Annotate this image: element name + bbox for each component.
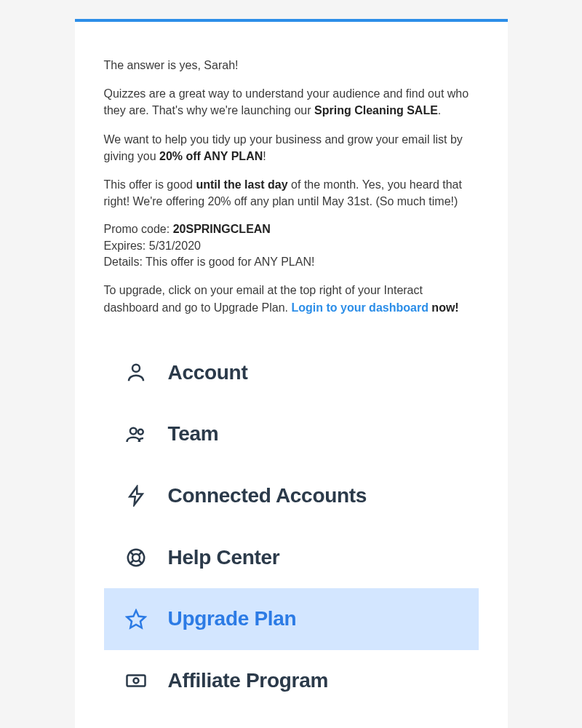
menu-label: Connected Accounts [168, 481, 367, 511]
svg-line-7 [129, 561, 133, 564]
menu-label: Team [168, 419, 219, 449]
money-icon [124, 669, 148, 692]
promo-code-label: Promo code: [104, 223, 173, 235]
deadline-phrase: until the last day [196, 178, 287, 191]
menu-item-help-center[interactable]: Help Center [104, 527, 479, 589]
promo-expires: Expires: 5/31/2020 [104, 238, 479, 254]
menu-label: Affiliate Program [168, 666, 329, 696]
menu-item-team[interactable]: Team [104, 403, 479, 465]
discount-amount: 20% off ANY PLAN [159, 150, 263, 162]
star-icon [124, 608, 148, 631]
svg-point-4 [132, 554, 140, 561]
menu-label: Help Center [168, 543, 280, 573]
svg-rect-9 [127, 676, 145, 687]
offer-duration-paragraph: This offer is good until the last day of… [104, 176, 479, 210]
menu-label: Upgrade Plan [168, 604, 297, 634]
svg-point-0 [132, 365, 140, 372]
bolt-icon [124, 484, 148, 507]
greeting-text: The answer is yes, Sarah! [104, 57, 479, 74]
text: now! [428, 301, 459, 314]
menu-item-account[interactable]: Account [104, 342, 479, 404]
svg-line-5 [129, 551, 133, 555]
promo-code-value: 20SPRINGCLEAN [173, 223, 271, 235]
intro-paragraph: Quizzes are a great way to understand yo… [104, 85, 479, 119]
email-card: The answer is yes, Sarah! Quizzes are a … [75, 19, 508, 728]
login-dashboard-link[interactable]: Login to your dashboard [291, 301, 428, 314]
svg-line-8 [138, 561, 142, 564]
svg-point-1 [129, 427, 136, 434]
menu-item-upgrade-plan[interactable]: Upgrade Plan [104, 588, 479, 650]
text: ! [263, 150, 266, 162]
svg-point-10 [133, 678, 138, 684]
team-icon [124, 423, 148, 446]
promo-code-line: Promo code: 20SPRINGCLEAN [104, 221, 479, 237]
lifebuoy-icon [124, 546, 148, 569]
sale-name: Spring Cleaning SALE [314, 104, 438, 116]
person-icon [124, 361, 148, 384]
email-body: The answer is yes, Sarah! Quizzes are a … [75, 22, 508, 728]
svg-point-2 [137, 430, 143, 435]
menu-item-affiliate-program[interactable]: Affiliate Program [104, 650, 479, 712]
upgrade-instructions: To upgrade, click on your email at the t… [104, 282, 479, 315]
text: . [438, 104, 441, 116]
promo-block: Promo code: 20SPRINGCLEAN Expires: 5/31/… [104, 221, 479, 270]
svg-line-6 [138, 551, 142, 555]
text: We want to help you tidy up your busines… [104, 133, 463, 162]
menu-item-connected-accounts[interactable]: Connected Accounts [104, 465, 479, 527]
text: This offer is good [104, 178, 196, 191]
discount-paragraph: We want to help you tidy up your busines… [104, 131, 479, 165]
account-menu: Account Team Connected Accounts Help Cen… [104, 342, 479, 728]
menu-label: Account [168, 358, 248, 388]
menu-item-logout[interactable]: Logout [104, 711, 479, 728]
promo-details: Details: This offer is good for ANY PLAN… [104, 254, 479, 270]
